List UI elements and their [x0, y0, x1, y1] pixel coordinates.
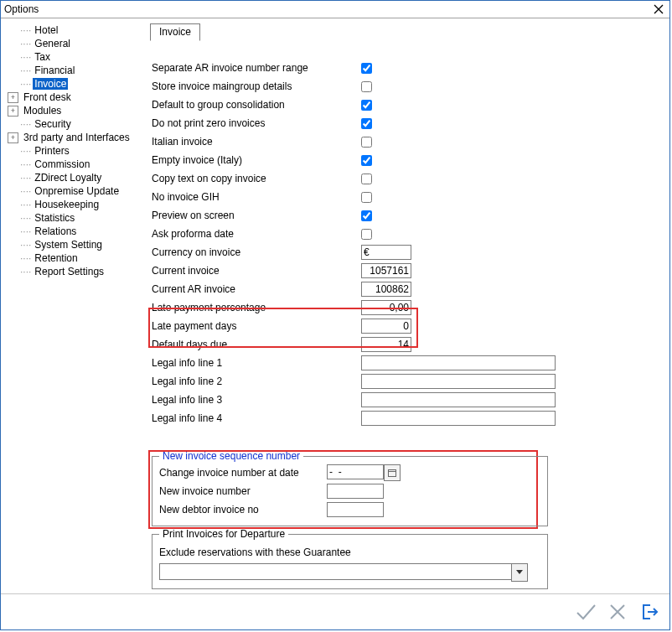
tree-item-zdirect-loyalty[interactable]: ····ZDirect Loyalty	[6, 171, 140, 184]
legal-info-4-label: Legal info line 4	[152, 412, 361, 424]
late-payment-pct-input[interactable]	[361, 300, 411, 315]
exclude-guarantee-input[interactable]	[159, 563, 511, 580]
italian-checkbox[interactable]	[361, 137, 372, 148]
tree-indent	[8, 241, 17, 250]
ask_proforma-checkbox[interactable]	[361, 229, 372, 240]
late-payment-days-input[interactable]	[361, 319, 411, 334]
change-date-input[interactable]	[327, 464, 384, 479]
window-title: Options	[4, 3, 651, 15]
ask_proforma-label: Ask proforma date	[152, 228, 361, 240]
tree-indent	[8, 200, 17, 210]
tree-item-relations[interactable]: ····Relations	[6, 225, 140, 238]
tree-indent	[8, 254, 17, 263]
new-debtor-no-input[interactable]	[327, 502, 384, 517]
print-departure-legend: Print Invoices for Departure	[159, 528, 288, 540]
exclude-guarantee-dropdown[interactable]	[159, 563, 528, 582]
tree-item-statistics[interactable]: ····Statistics	[6, 211, 140, 225]
tree-item-label: Report Settings	[33, 266, 106, 277]
default_group-checkbox[interactable]	[361, 100, 372, 111]
tree-item-modules[interactable]: +Modules	[6, 104, 140, 117]
tree-item-tax[interactable]: ····Tax	[6, 50, 140, 64]
current-invoice-input[interactable]	[361, 263, 411, 278]
new-invoice-no-input[interactable]	[327, 484, 384, 499]
chevron-down-icon	[516, 570, 523, 575]
legal-info-3-label: Legal info line 3	[152, 394, 361, 406]
tree-item-onpremise-update[interactable]: ····Onpremise Update	[6, 184, 140, 198]
separate_ar-checkbox[interactable]	[361, 63, 372, 74]
tree-item-label: Modules	[22, 105, 63, 117]
close-button[interactable]	[651, 3, 666, 16]
tree-item-label: Onpremise Update	[33, 185, 121, 197]
tree-indent	[8, 147, 17, 156]
legal-info-2-input[interactable]	[361, 374, 556, 389]
ok-button[interactable]	[574, 600, 597, 624]
tree-item-system-setting[interactable]: ····System Setting	[6, 238, 140, 251]
tree-indent	[8, 39, 17, 49]
default_group-label: Default to group consolidation	[152, 99, 361, 111]
tree-item-label: Retention	[33, 252, 79, 264]
print-departure-group: Print Invoices for Departure Exclude res…	[152, 528, 548, 589]
currency-label: Currency on invoice	[152, 246, 361, 258]
tree-item-label: Printers	[33, 145, 70, 157]
late-payment-pct-label: Late payment percentage	[152, 302, 361, 313]
empty_italy-checkbox[interactable]	[361, 155, 372, 166]
exit-icon	[639, 602, 659, 622]
titlebar: Options	[1, 1, 669, 18]
legal-info-3-input[interactable]	[361, 392, 556, 407]
tree-indent	[8, 66, 17, 75]
tree-item-label: Security	[33, 118, 72, 130]
copy_text-checkbox[interactable]	[361, 174, 372, 184]
tree-item-commission[interactable]: ····Commission	[6, 158, 140, 171]
invoice-panel: Separate AR invoice number rangeStore in…	[150, 39, 653, 593]
date-picker-button[interactable]	[384, 464, 401, 481]
legal-info-1-label: Legal info line 1	[152, 357, 361, 369]
tree-item-3rd-party-and-interfaces[interactable]: +3rd party and Interfaces	[6, 131, 140, 144]
change-date-label: Change invoice number at date	[159, 467, 327, 479]
copy_text-label: Copy text on copy invoice	[152, 173, 361, 184]
current-ar-invoice-input[interactable]	[361, 282, 411, 297]
tree-item-general[interactable]: ····General	[6, 37, 140, 50]
tree-item-label: Statistics	[33, 212, 76, 224]
tab-invoice[interactable]: Invoice	[150, 23, 200, 41]
preview-checkbox[interactable]	[361, 210, 372, 221]
tree-indent	[8, 187, 17, 196]
tree-indent	[8, 120, 17, 129]
tree-indent	[8, 26, 17, 35]
no_zero-label: Do not print zero invoices	[152, 117, 361, 129]
no_zero-checkbox[interactable]	[361, 118, 372, 129]
tree-indent	[8, 80, 17, 89]
currency-input[interactable]	[361, 245, 411, 260]
svg-rect-0	[389, 470, 396, 477]
tree-item-front-desk[interactable]: +Front desk	[6, 91, 140, 104]
tree-item-retention[interactable]: ····Retention	[6, 251, 140, 265]
tree-item-label: Invoice	[33, 78, 68, 90]
footer-toolbar	[1, 593, 669, 629]
no_gih-checkbox[interactable]	[361, 192, 372, 203]
options-tree[interactable]: ····Hotel····General····Tax····Financial…	[1, 18, 140, 593]
tree-item-hotel[interactable]: ····Hotel	[6, 23, 140, 37]
dropdown-button[interactable]	[511, 563, 528, 582]
tree-item-report-settings[interactable]: ····Report Settings	[6, 265, 140, 278]
expand-icon[interactable]: +	[8, 106, 18, 117]
tree-item-label: Tax	[33, 51, 52, 63]
tree-item-label: Front desk	[22, 91, 73, 103]
store_maingroup-label: Store invoice maingroup details	[152, 80, 361, 92]
legal-info-4-input[interactable]	[361, 411, 556, 426]
options-dialog: Options ····Hotel····General····Tax····F…	[0, 0, 670, 630]
tree-item-financial[interactable]: ····Financial	[6, 64, 140, 77]
tree-item-housekeeping[interactable]: ····Housekeeping	[6, 198, 140, 211]
expand-icon[interactable]: +	[8, 132, 18, 143]
tree-item-printers[interactable]: ····Printers	[6, 144, 140, 158]
expand-icon[interactable]: +	[8, 92, 18, 103]
tree-item-security[interactable]: ····Security	[6, 117, 140, 131]
calendar-icon	[388, 469, 396, 477]
legal-info-1-input[interactable]	[361, 355, 556, 370]
store_maingroup-checkbox[interactable]	[361, 81, 372, 92]
late-payment-days-label: Late payment days	[152, 320, 361, 332]
cancel-button[interactable]	[606, 600, 629, 624]
exclude-label: Exclude reservations with these Guarante…	[159, 547, 540, 558]
exit-button[interactable]	[638, 600, 661, 624]
tree-indent	[8, 160, 17, 169]
tree-item-invoice[interactable]: ····Invoice	[6, 77, 140, 91]
default-days-due-input[interactable]	[361, 337, 411, 352]
